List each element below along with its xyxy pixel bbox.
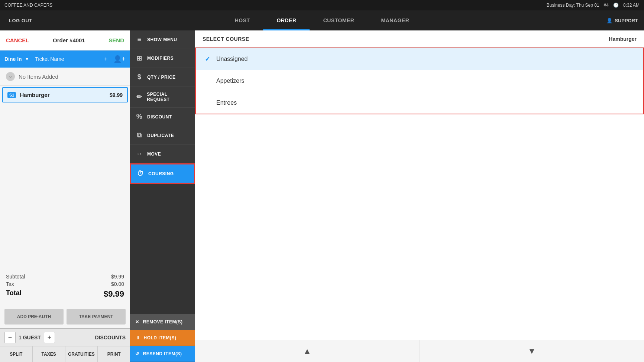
selected-item-label: Hamburger <box>609 36 637 42</box>
menu-icon <box>135 36 143 43</box>
modifier-icon <box>135 54 143 62</box>
payment-buttons: ADD PRE-AUTH TAKE PAYMENT <box>0 305 130 328</box>
course-dropdown: ✓ Unassigned ✓ Appetizers ✓ Entrees <box>195 48 644 114</box>
total-label: Total <box>6 289 22 299</box>
subtotal-label: Subtotal <box>6 274 25 280</box>
support-label: SUPPORT <box>615 18 638 23</box>
duplicate-icon <box>135 131 143 139</box>
item-price: $9.99 <box>110 92 123 98</box>
special-request-button[interactable]: SPECIAL REQUEST <box>130 87 195 108</box>
resend-label: RESEND ITEM(S) <box>143 351 182 356</box>
order-number: Order #4001 <box>53 37 85 43</box>
qty-price-button[interactable]: QTY / PRICE <box>130 68 195 87</box>
no-items-icon: ○ <box>6 72 15 81</box>
add-guest-icon[interactable]: 👤+ <box>113 55 126 63</box>
order-item[interactable]: S1 Hamburger $9.99 <box>2 87 128 102</box>
session-number: #4 <box>604 3 609 8</box>
discount-icon <box>135 113 143 121</box>
take-payment-button[interactable]: TAKE PAYMENT <box>67 309 126 325</box>
course-option-appetizers[interactable]: ✓ Appetizers <box>196 70 643 92</box>
tab-order[interactable]: ORDER <box>263 10 310 30</box>
show-menu-label: SHOW MENU <box>147 37 177 42</box>
scroll-up-button[interactable]: ▲ <box>195 340 420 362</box>
qty-icon <box>135 73 143 81</box>
hold-items-button[interactable]: HOLD ITEM(S) <box>130 330 195 346</box>
course-option-entrees[interactable]: ✓ Entrees <box>196 92 643 114</box>
top-bar: COFFEE AND CAPERS Business Day: Thu Sep … <box>0 0 644 10</box>
ticket-name-field[interactable]: Ticket Name <box>35 56 101 62</box>
dine-in-dropdown[interactable]: ▼ <box>25 56 29 62</box>
grand-total-row: Total $9.99 <box>6 289 124 299</box>
brand-name: COFFEE AND CAPERS <box>4 3 52 8</box>
course-option-unassigned[interactable]: ✓ Unassigned <box>196 48 643 70</box>
print-button[interactable]: PRINT <box>98 346 130 362</box>
tax-label: Tax <box>6 281 14 287</box>
tax-row: Tax $0.00 <box>6 281 124 287</box>
middle-bottom-actions: REMOVE ITEM(S) HOLD ITEM(S) RESEND ITEM(… <box>130 314 195 362</box>
right-bottom-nav: ▲ ▼ <box>195 340 644 362</box>
course-entrees-label: Entrees <box>216 100 237 106</box>
order-header: CANCEL Order #4001 SEND <box>0 30 130 50</box>
remove-icon <box>135 319 139 325</box>
subtotal-row: Subtotal $9.99 <box>6 274 124 280</box>
left-panel: CANCEL Order #4001 SEND Dine In ▼ Ticket… <box>0 30 130 362</box>
send-button[interactable]: SEND <box>109 37 124 43</box>
scroll-down-button[interactable]: ▼ <box>420 340 644 362</box>
business-day: Business Day: Thu Sep 01 <box>547 3 599 8</box>
main-content: CANCEL Order #4001 SEND Dine In ▼ Ticket… <box>0 30 644 362</box>
gratuities-button[interactable]: GRATUITIES <box>65 346 98 362</box>
move-label: MOVE <box>147 151 161 157</box>
discount-button[interactable]: DISCOUNT <box>130 108 195 126</box>
guest-plus-button[interactable]: + <box>44 332 55 343</box>
move-icon <box>135 150 143 158</box>
no-items-text: No Items Added <box>19 74 58 80</box>
nav-tabs: HOST ORDER CUSTOMER MANAGER <box>221 10 423 30</box>
tab-customer[interactable]: CUSTOMER <box>310 10 368 30</box>
tab-manager[interactable]: MANAGER <box>368 10 423 30</box>
show-menu-button[interactable]: SHOW MENU <box>130 30 195 49</box>
special-request-label: SPECIAL REQUEST <box>147 92 190 102</box>
resend-items-button[interactable]: RESEND ITEM(S) <box>130 346 195 362</box>
dine-in-row: Dine In ▼ Ticket Name + 👤+ <box>0 50 130 68</box>
order-items-list: ○ No Items Added S1 Hamburger $9.99 <box>0 68 130 269</box>
duplicate-label: DUPLICATE <box>147 133 174 138</box>
discounts-button[interactable]: DISCOUNTS <box>58 335 126 340</box>
no-items-row: ○ No Items Added <box>0 68 130 86</box>
totals-section: Subtotal $9.99 Tax $0.00 Total $9.99 <box>0 269 130 305</box>
move-button[interactable]: MOVE <box>130 145 195 163</box>
special-icon <box>135 93 143 101</box>
course-unassigned-label: Unassigned <box>216 56 248 62</box>
coursing-button[interactable]: COURSING <box>130 163 195 184</box>
split-button[interactable]: SPLIT <box>0 346 33 362</box>
modifiers-button[interactable]: MODIFIERS <box>130 49 195 68</box>
bottom-buttons-row: SPLIT TAXES GRATUITIES PRINT <box>0 346 130 362</box>
bottom-toolbar: − 1 GUEST + DISCOUNTS SPLIT TAXES GRATUI… <box>0 328 130 362</box>
guest-minus-button[interactable]: − <box>4 332 16 343</box>
seat-badge: S1 <box>7 92 16 98</box>
coursing-icon <box>136 170 145 177</box>
item-name: Hamburger <box>20 92 109 98</box>
middle-panel: SHOW MENU MODIFIERS QTY / PRICE SPECIAL … <box>130 30 195 362</box>
course-appetizers-label: Appetizers <box>216 78 245 84</box>
pre-auth-button[interactable]: ADD PRE-AUTH <box>4 309 64 325</box>
tab-host[interactable]: HOST <box>221 10 263 30</box>
person-icon: 👤 <box>606 18 612 23</box>
taxes-button[interactable]: TAXES <box>33 346 65 362</box>
guest-count: 1 GUEST <box>19 335 41 340</box>
qty-price-label: QTY / PRICE <box>147 75 176 80</box>
navbar: LOG OUT HOST ORDER CUSTOMER MANAGER 👤 SU… <box>0 10 644 30</box>
coursing-label: COURSING <box>148 171 174 176</box>
total-value: $9.99 <box>104 289 124 299</box>
select-course-title: SELECT COURSE <box>203 36 249 42</box>
hold-label: HOLD ITEM(S) <box>144 335 177 340</box>
support-button[interactable]: 👤 SUPPORT <box>606 18 638 23</box>
cancel-button[interactable]: CANCEL <box>6 37 29 43</box>
add-item-icon[interactable]: + <box>104 56 107 62</box>
top-info: Business Day: Thu Sep 01 #4 🕐 8:32 AM <box>547 3 640 8</box>
clock-icon: 🕐 <box>613 3 619 8</box>
duplicate-button[interactable]: DUPLICATE <box>130 126 195 145</box>
down-arrow-icon: ▼ <box>528 346 536 356</box>
logout-button[interactable]: LOG OUT <box>0 18 41 23</box>
check-icon: ✓ <box>205 55 210 63</box>
remove-items-button[interactable]: REMOVE ITEM(S) <box>130 314 195 330</box>
